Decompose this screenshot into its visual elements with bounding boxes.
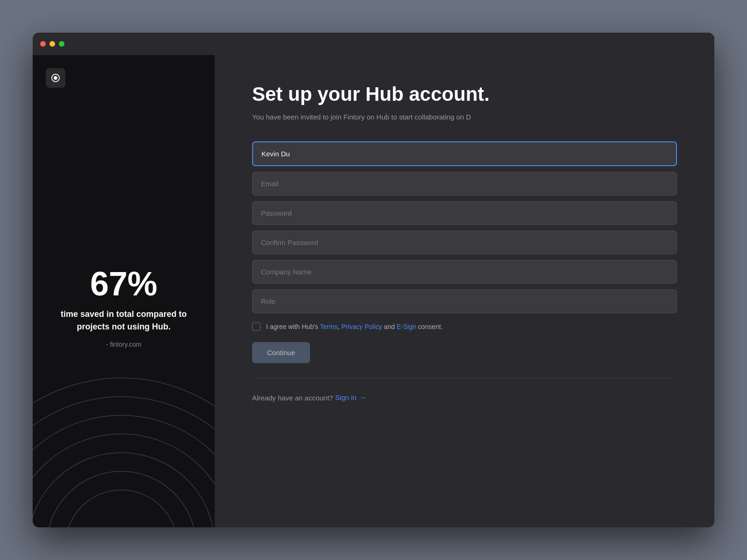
password-field-group [252,201,677,225]
confirm-password-input[interactable] [252,231,677,254]
stat-number: 67% [90,267,157,301]
name-field-group [252,141,677,166]
browser-chrome [33,33,714,55]
stat-description: time saved in total compared to projects… [47,308,201,333]
logo-badge [46,68,65,88]
terms-link[interactable]: Terms [320,323,338,330]
agree-checkbox[interactable] [252,322,261,331]
esign-link[interactable]: E-Sign [396,323,416,330]
email-input[interactable] [252,172,677,196]
email-field-group [252,172,677,196]
maximize-button-tl[interactable] [59,41,64,47]
right-panel: Set up your Hub account. You have been i… [215,55,714,527]
company-name-input[interactable] [252,260,677,284]
minimize-button-tl[interactable] [49,41,55,47]
company-name-field-group [252,260,677,284]
hub-logo-icon [50,72,61,84]
confirm-password-field-group [252,231,677,254]
divider [252,378,677,378]
close-button-tl[interactable] [40,41,46,47]
privacy-link[interactable]: Privacy Policy [341,323,382,330]
browser-window: 67% time saved in total compared to proj… [33,33,714,527]
role-field-group [252,289,677,313]
page-title: Set up your Hub account. [252,83,677,105]
name-input[interactable] [252,141,677,166]
password-input[interactable] [252,201,677,225]
signin-link[interactable]: Sign in → [335,393,367,402]
agree-text: I agree with Hub's Terms, Privacy Policy… [266,323,443,330]
stat-source: - fintory.com [106,341,141,348]
main-content: 67% time saved in total compared to proj… [33,55,714,527]
stats-area: 67% time saved in total compared to proj… [33,88,215,527]
role-input[interactable] [252,289,677,313]
logo-area [33,55,215,88]
continue-button[interactable]: Continue [252,342,310,363]
agree-row: I agree with Hub's Terms, Privacy Policy… [252,322,677,331]
arrow-right-icon: → [359,393,367,402]
page-subtitle: You have been invited to join Fintory on… [252,112,677,123]
left-panel: 67% time saved in total compared to proj… [33,55,215,527]
signin-row: Already have an account? Sign in → [252,393,677,402]
